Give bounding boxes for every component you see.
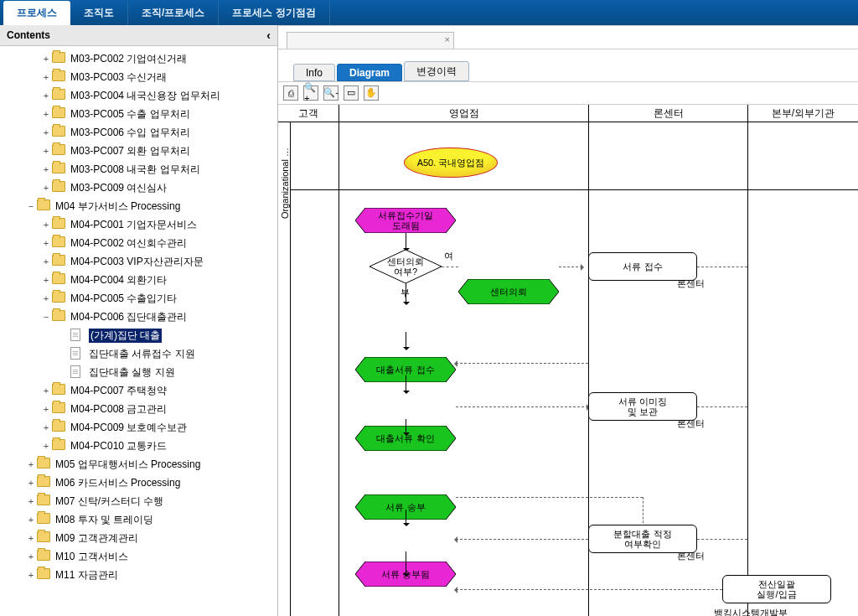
tree-node[interactable]: +M03-PC007 외환 업무처리 [0,142,277,160]
tree-label[interactable]: M03-PC009 여신심사 [70,181,167,195]
tree-node[interactable]: +M03-PC003 수신거래 [0,68,277,86]
tab-diagram[interactable]: Diagram [337,64,402,81]
tree-node[interactable]: +M04-PC010 교통카드 [0,437,277,455]
tree-label[interactable]: M08 투자 및 트레이딩 [55,513,153,527]
tree-node[interactable]: +M04-PC002 여신회수관리 [0,234,277,252]
tree-label[interactable]: M04-PC010 교통카드 [70,439,167,453]
tree-label[interactable]: M03-PC004 내국신용장 업무처리 [70,89,220,103]
tree-label[interactable]: M04-PC009 보호예수보관 [70,421,187,435]
ev-docs-sent[interactable]: 서류 송부됨 [355,562,456,587]
expand-icon[interactable]: + [40,54,52,64]
tree-label[interactable]: M04-PC004 외환기타 [70,273,167,287]
expand-icon[interactable]: + [40,441,52,451]
act-split-verify[interactable]: 분할대출 적정여부확인 [588,525,697,553]
tree-label[interactable]: M07 신탁/커스터디 수행 [55,494,163,509]
expand-icon[interactable]: + [40,164,52,174]
tree-node[interactable]: +M09 고객관계관리 [0,529,277,547]
expand-icon[interactable]: + [40,146,52,156]
expand-icon[interactable]: + [25,515,37,525]
tree-node[interactable]: +M03-PC006 수입 업무처리 [0,123,277,142]
tree-label[interactable]: M04-PC005 수출입기타 [70,292,177,306]
tree-node[interactable]: −M04-PC006 집단대출관리 [0,308,277,326]
tree-node[interactable]: +M07 신탁/커스터디 수행 [0,492,277,510]
tree-label[interactable]: M11 자금관리 [55,568,118,582]
start-node[interactable]: A50. 국내영업점 [404,148,498,178]
fit-icon[interactable]: ▭ [344,85,359,101]
tree-node[interactable]: +M03-PC002 기업여신거래 [0,49,277,68]
tree-label[interactable]: M04-PC008 금고관리 [70,402,167,417]
expand-icon[interactable]: + [40,256,52,267]
tree-node[interactable]: +M04-PC008 금고관리 [0,400,277,418]
tree-node[interactable]: +M04-PC001 기업자문서비스 [0,215,277,234]
act-batch-exec[interactable]: 전산일괄실행/입금 [722,575,831,603]
tree-label[interactable]: M03-PC008 내국환 업무처리 [70,163,200,177]
tree-node[interactable]: +M04-PC005 수출입기타 [0,289,277,308]
tree-label[interactable]: 집단대출 실행 지원 [89,365,175,380]
expand-icon[interactable]: + [25,459,37,469]
diagram-canvas[interactable]: Organizational … A50. 국내영업점 서류접수기일도래됨 센터… [278,122,858,616]
expand-icon[interactable]: + [40,293,52,303]
tree-label[interactable]: M03-PC002 기업여신거래 [70,52,187,66]
expand-icon[interactable]: + [40,386,52,396]
tree-node[interactable]: +M06 카드서비스 Processing [0,474,277,492]
expand-icon[interactable]: + [25,533,37,543]
expand-icon[interactable]: + [40,220,52,230]
tree-node[interactable]: +M03-PC005 수출 업무처리 [0,105,277,123]
tree[interactable]: +M03-PC002 기업여신거래+M03-PC003 수신거래+M03-PC0… [0,46,277,616]
collapse-icon[interactable]: ‹ [266,28,271,42]
hand-icon[interactable]: ✋ [364,85,379,101]
tree-label[interactable]: M09 고객관계관리 [55,531,138,546]
tree-node[interactable]: +M08 투자 및 트레이딩 [0,510,277,529]
expand-icon[interactable]: + [25,551,37,562]
collapse-icon[interactable]: − [25,201,37,211]
tree-label[interactable]: M04 부가서비스 Processing [55,199,180,214]
tree-label[interactable]: M03-PC005 수출 업무처리 [70,107,190,122]
act-loan-docs-chk[interactable]: 대출서류 확인 [355,426,456,451]
tree-label[interactable]: M04-PC007 주택청약 [70,384,167,398]
act-center-refer[interactable]: 센터의뢰 [458,279,559,304]
expand-icon[interactable]: + [40,127,52,137]
tree-label[interactable]: 집단대출 서류접수 지원 [89,347,195,361]
tree-node[interactable]: +M04-PC003 VIP자산관리자문 [0,252,277,271]
tree-node[interactable]: +M11 자금관리 [0,566,277,584]
act-loan-docs-recv[interactable]: 대출서류 접수 [355,357,456,382]
tab-org[interactable]: 조직도 [70,1,128,25]
tree-node[interactable]: +집단대출 실행 지원 [0,363,277,381]
tree-node[interactable]: +M03-PC008 내국환 업무처리 [0,160,277,179]
act-docs-send[interactable]: 서류 송부 [355,494,456,520]
expand-icon[interactable]: + [25,478,37,488]
expand-icon[interactable]: + [25,496,37,506]
tree-node[interactable]: +집단대출 서류접수 지원 [0,344,277,363]
tree-node[interactable]: −M04 부가서비스 Processing [0,197,277,215]
tree-label[interactable]: M03-PC003 수신거래 [70,70,167,85]
tree-label[interactable]: M06 카드서비스 Processing [55,476,180,490]
expand-icon[interactable]: + [40,422,52,432]
expand-icon[interactable]: + [40,91,52,101]
zoom-in-icon[interactable]: 🔍+ [303,85,318,101]
expand-icon[interactable]: + [40,275,52,285]
tab-periodic[interactable]: 프로세스 정기점검 [219,1,329,25]
expand-icon[interactable]: + [40,109,52,119]
expand-icon[interactable]: + [40,404,52,414]
tree-label[interactable]: M04-PC002 여신회수관리 [70,236,187,251]
tab-process[interactable]: 프로세스 [3,1,70,25]
tree-label[interactable]: M04-PC006 집단대출관리 [70,310,187,324]
tree-node[interactable]: +(가계)집단 대출 [0,326,277,344]
tree-node[interactable]: +M04-PC009 보호예수보관 [0,418,277,437]
tree-node[interactable]: +M03-PC009 여신심사 [0,179,277,197]
act-img-store[interactable]: 서류 이미징및 보관 [588,392,697,421]
expand-icon[interactable]: + [40,238,52,248]
act-docs-recv[interactable]: 서류 접수 [588,252,697,281]
tree-node[interactable]: +M04-PC004 외환기타 [0,271,277,289]
close-icon[interactable]: × [445,34,450,44]
collapse-icon[interactable]: − [40,312,52,322]
expand-icon[interactable]: + [25,570,37,580]
tree-label[interactable]: M03-PC006 수입 업무처리 [70,126,190,140]
tab-info[interactable]: Info [293,64,335,81]
tree-node[interactable]: +M04-PC007 주택청약 [0,381,277,400]
tree-label[interactable]: M04-PC003 VIP자산관리자문 [70,255,204,269]
tree-label[interactable]: M05 업무대행서비스 Processing [55,458,200,472]
tab-org-process[interactable]: 조직/프로세스 [128,1,219,25]
tree-label[interactable]: M10 고객서비스 [55,550,128,564]
expand-icon[interactable]: + [40,183,52,193]
